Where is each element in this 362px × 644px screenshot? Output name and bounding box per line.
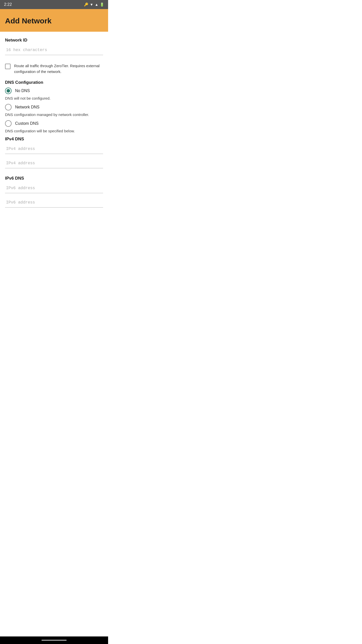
radio-row-no-dns[interactable]: No DNS	[5, 88, 103, 94]
ipv6-dns-input-1[interactable]	[5, 183, 103, 193]
radio-inner-no-dns	[7, 89, 10, 93]
route-traffic-checkbox[interactable]	[5, 64, 11, 69]
radio-group-network-dns: Network DNS DNS configuration managed by…	[5, 104, 103, 117]
radio-label-custom-dns: Custom DNS	[15, 121, 38, 126]
status-icons: 🔑 ▼ ▲ 🔋	[84, 3, 104, 7]
ipv4-dns-input-1[interactable]	[5, 144, 103, 154]
signal-icon: ▲	[95, 3, 98, 7]
radio-group-custom-dns: Custom DNS DNS configuration will be spe…	[5, 120, 103, 134]
ipv6-dns-input-2[interactable]	[5, 198, 103, 208]
app-bar: Add Network	[0, 9, 108, 32]
dns-configuration-label: DNS Configuration	[5, 80, 103, 85]
radio-row-custom-dns[interactable]: Custom DNS	[5, 120, 103, 127]
route-traffic-row: Route all traffic through ZeroTier. Requ…	[5, 63, 103, 74]
radio-desc-custom-dns: DNS configuration will be specified belo…	[5, 128, 103, 134]
status-time: 2:22	[4, 2, 12, 7]
main-content: Network ID Route all traffic through Zer…	[0, 32, 108, 222]
ipv4-dns-label: IPv4 DNS	[5, 137, 103, 142]
ipv6-dns-label: IPv6 DNS	[5, 176, 103, 181]
ipv4-dns-input-2[interactable]	[5, 158, 103, 168]
battery-icon: 🔋	[100, 3, 104, 7]
radio-group-no-dns: No DNS DNS will not be configured.	[5, 88, 103, 101]
radio-row-network-dns[interactable]: Network DNS	[5, 104, 103, 110]
wifi-icon: ▼	[90, 3, 93, 7]
radio-desc-no-dns: DNS will not be configured.	[5, 96, 103, 101]
key-icon: 🔑	[84, 3, 88, 7]
radio-label-no-dns: No DNS	[15, 89, 30, 93]
radio-desc-network-dns: DNS configuration managed by network con…	[5, 112, 103, 117]
ipv6-dns-section: IPv6 DNS	[5, 176, 103, 212]
radio-network-dns[interactable]	[5, 104, 12, 110]
network-id-section: Network ID	[5, 38, 103, 60]
route-traffic-label: Route all traffic through ZeroTier. Requ…	[14, 63, 103, 74]
network-id-input[interactable]	[5, 45, 103, 55]
radio-label-network-dns: Network DNS	[15, 105, 39, 109]
radio-custom-dns[interactable]	[5, 120, 12, 127]
ipv4-dns-section: IPv4 DNS	[5, 137, 103, 173]
radio-no-dns[interactable]	[5, 88, 12, 94]
status-bar: 2:22 🔑 ▼ ▲ 🔋	[0, 0, 108, 9]
page-title: Add Network	[5, 17, 52, 25]
network-id-label: Network ID	[5, 38, 103, 43]
